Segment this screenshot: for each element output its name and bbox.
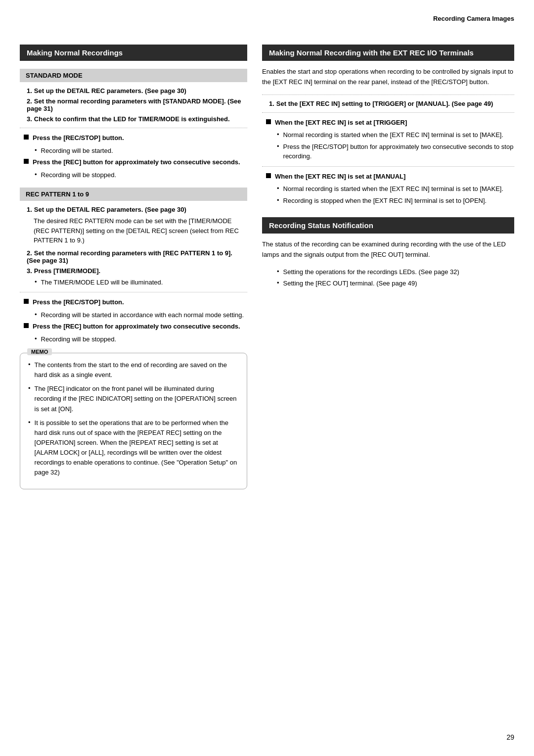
memo-label: MEMO — [27, 348, 52, 355]
two-columns: Making Normal Recordings STANDARD MODE 1… — [20, 45, 514, 489]
ext-rec-intro: Enables the start and stop operations wh… — [262, 67, 514, 88]
status-item-2: • Setting the [REC OUT] terminal. (See p… — [277, 279, 514, 288]
status-intro: The status of the recording can be exami… — [262, 239, 514, 260]
right-column: Making Normal Recording with the EXT REC… — [262, 45, 514, 489]
standard-step-3: 3.Check to confirm that the LED for TIME… — [27, 115, 247, 123]
divider-2 — [20, 292, 247, 292]
status-title: Recording Status Notification — [262, 217, 514, 234]
manual-bullet: When the [EXT REC IN] is set at [MANUAL] — [266, 172, 514, 182]
status-item-1: • Setting the operations for the recordi… — [277, 267, 514, 277]
divider-1 — [20, 128, 247, 128]
main-title-left: Making Normal Recordings — [20, 45, 247, 61]
trigger-item-1: • Normal recording is started when the [… — [277, 130, 514, 140]
standard-bullet-1: Press the [REC/STOP] button. — [24, 133, 247, 143]
standard-sub-2: • Recording will be stopped. — [35, 170, 247, 180]
standard-mode-header: STANDARD MODE — [20, 69, 247, 82]
rec-pattern-sub-1: • Recording will be started in accordanc… — [35, 310, 247, 320]
rec-pattern-step-3-sub: • The TIMER/MODE LED will be illuminated… — [35, 278, 247, 287]
trigger-bullet-icon — [266, 119, 271, 124]
main-title-right: Making Normal Recording with the EXT REC… — [262, 45, 514, 61]
rec-pattern-step-2: 2.Set the normal recording parameters wi… — [27, 249, 247, 264]
rec-pattern-header: REC PATTERN 1 to 9 — [20, 188, 247, 201]
bullet-icon-4 — [24, 323, 29, 328]
rec-pattern-sub-2: • Recording will be stopped. — [35, 334, 247, 344]
manual-item-2: • Recording is stopped when the [EXT REC… — [277, 196, 514, 206]
rec-pattern-bullet-1: Press the [REC/STOP] button. — [24, 297, 247, 307]
rec-pattern-step-1: 1.Set up the DETAIL REC parameters. (See… — [27, 206, 247, 213]
section-label: Recording Camera Images — [433, 15, 514, 22]
bullet-icon-3 — [24, 299, 29, 304]
page-number: 29 — [506, 733, 514, 741]
standard-step-2: 2.Set the normal recording parameters wi… — [27, 97, 247, 112]
manual-bullet-icon — [266, 173, 271, 178]
rec-pattern-step-1-sub: The desired REC PATTERN mode can be set … — [34, 216, 247, 245]
standard-sub-1: • Recording will be started. — [35, 146, 247, 156]
divider-5 — [262, 166, 514, 167]
rec-pattern-step-3: 3.Press [TIMER/MODE]. — [27, 267, 247, 275]
left-column: Making Normal Recordings STANDARD MODE 1… — [20, 45, 247, 489]
divider-3 — [262, 94, 514, 95]
ext-step-1: 1.Set the [EXT REC IN] setting to [TRIGG… — [269, 100, 514, 107]
manual-item-1: • Normal recording is started when the [… — [277, 184, 514, 194]
bullet-icon-2 — [24, 159, 29, 164]
bullet-icon-1 — [24, 135, 29, 140]
memo-item-3: • It is possible to set the operations t… — [28, 418, 239, 478]
divider-4 — [262, 112, 514, 113]
standard-bullet-2: Press the [REC] button for approximately… — [24, 157, 247, 167]
rec-pattern-bullet-2: Press the [REC] button for approximately… — [24, 322, 247, 331]
top-right-label: Recording Camera Images — [433, 15, 514, 22]
trigger-bullet: When the [EXT REC IN] is set at [TRIGGER… — [266, 118, 514, 128]
memo-item-2: • The [REC] indicator on the front panel… — [28, 384, 239, 414]
trigger-item-2: • Press the [REC/STOP] button for approx… — [277, 142, 514, 161]
memo-item-1: • The contents from the start to the end… — [28, 360, 239, 380]
standard-step-1: 1.Set up the DETAIL REC parameters. (See… — [27, 87, 247, 94]
page-container: Recording Camera Images Making Normal Re… — [0, 0, 534, 756]
memo-box: MEMO • The contents from the start to th… — [20, 353, 247, 489]
